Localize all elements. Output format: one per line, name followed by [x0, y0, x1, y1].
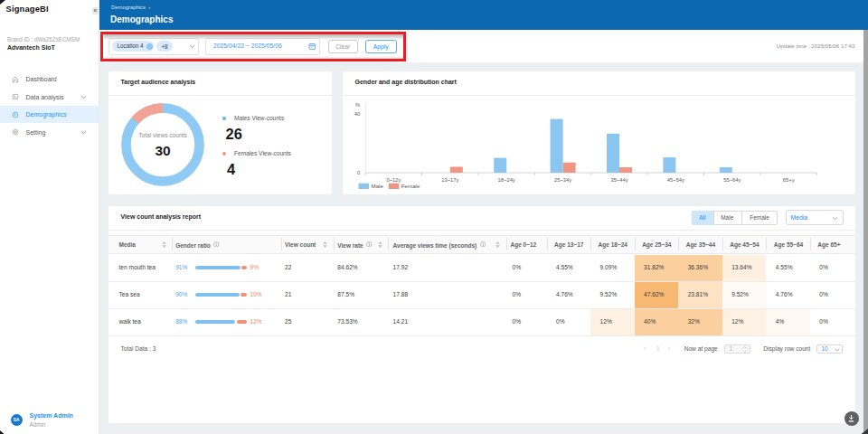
- svg-text:%: %: [355, 102, 360, 108]
- svg-text:40: 40: [354, 111, 360, 117]
- svg-text:65+y: 65+y: [783, 177, 795, 183]
- svg-text:Male: Male: [372, 183, 384, 189]
- svg-text:0: 0: [357, 170, 360, 175]
- svg-text:Female: Female: [401, 183, 420, 189]
- svg-text:25~34y: 25~34y: [554, 177, 571, 183]
- svg-text:55~64y: 55~64y: [723, 177, 741, 183]
- svg-text:35~44y: 35~44y: [610, 177, 627, 183]
- svg-text:18~24y: 18~24y: [498, 177, 515, 183]
- svg-text:0~12y: 0~12y: [386, 177, 401, 183]
- svg-text:13~17y: 13~17y: [441, 177, 458, 183]
- svg-text:45~54y: 45~54y: [667, 177, 684, 183]
